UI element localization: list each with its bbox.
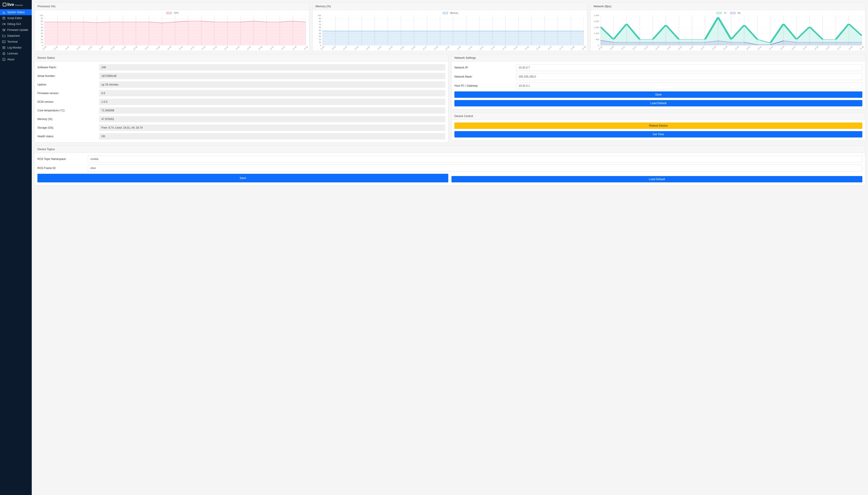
processor-card-title: Processor (%): [35, 3, 309, 10]
sidebar-item-about[interactable]: About: [0, 56, 32, 63]
sidebar-item-label: Datasheet: [7, 34, 20, 37]
network-settings-card: Network Settings Network IP: Network Mas…: [451, 54, 865, 109]
star-icon: [2, 52, 5, 55]
sidebar-item-licenses[interactable]: Licenses: [0, 51, 32, 56]
sidebar-item-firmware-update[interactable]: Firmware Update: [0, 27, 32, 33]
device-status-grid: Software Patch:246Serial Number:16733991…: [37, 64, 445, 139]
sidebar-item-debug-gui[interactable]: Debug GUI: [0, 21, 32, 27]
status-label: Health status:: [37, 135, 96, 138]
sidebar-item-label: Firmware Update: [7, 28, 28, 32]
main: Processor (%) CPU01020304050607080901003…: [32, 0, 868, 495]
device-control-card: Device Control Reboot Device Set Time: [451, 113, 865, 140]
ros-frame-input[interactable]: [88, 165, 862, 171]
status-label: Serial Number:: [37, 74, 96, 78]
status-label: Storage (Gb):: [37, 126, 96, 129]
network-save-button[interactable]: Save: [455, 91, 862, 98]
status-label: Core temperature (°C):: [37, 109, 96, 112]
status-value: 71.545006: [99, 107, 445, 114]
status-value: OK: [99, 133, 445, 139]
sidebar-item-label: Script Editor: [7, 17, 22, 20]
sidebar-item-label: Log Monitor: [7, 46, 21, 49]
network-ip-input[interactable]: [516, 64, 862, 71]
processor-card: Processor (%) CPU01020304050607080901003…: [34, 3, 309, 51]
network-card: Network (Bps) TxRx05001,0001,5002,0002,5…: [590, 3, 865, 51]
status-value: 0.5: [99, 90, 445, 97]
status-value: Free: 9.74, Used: 19.01, All: 28.74: [99, 124, 445, 131]
sidebar-item-label: System Status: [7, 11, 25, 14]
sidebar-item-label: Terminal: [7, 40, 17, 43]
chart-canvas: 010203040506070809010037:2037:2037:2137:…: [37, 15, 307, 49]
script-icon: [2, 17, 5, 20]
device-status-card: Device Status Software Patch:246Serial N…: [34, 54, 448, 142]
ros-frame-label: ROS Frame ID:: [37, 167, 85, 170]
status-value: 1673399149: [99, 73, 445, 79]
logo-subtext: Robotics: [15, 4, 23, 6]
status-value: 47.970001: [99, 116, 445, 122]
status-label: Software Patch:: [37, 66, 96, 69]
device-topics-title: Device Topics: [35, 146, 865, 153]
sidebar-item-system-status[interactable]: System Status: [0, 9, 32, 15]
chart-legend: Memory: [315, 12, 585, 15]
status-label: Memory (%):: [37, 118, 96, 121]
topics-load-default-button[interactable]: Load Default: [451, 176, 862, 182]
log-icon: [2, 46, 5, 49]
network-load-default-button[interactable]: Load Default: [455, 100, 862, 106]
device-status-title: Device Status: [35, 54, 448, 62]
logo: live Robotics: [0, 0, 32, 9]
network-mask-label: Network Mask:: [455, 75, 513, 78]
network-gateway-input[interactable]: [516, 82, 862, 89]
network-ip-label: Network IP:: [455, 66, 513, 69]
processor-chart: CPU010203040506070809010037:2037:2037:21…: [35, 10, 309, 51]
memory-chart: Memory010203040506070809010037:2037:2037…: [313, 10, 587, 51]
sidebar-item-script-editor[interactable]: Script Editor: [0, 15, 32, 21]
status-value: 1.0.5: [99, 99, 445, 105]
network-gateway-label: Host PC / Gateway:: [455, 84, 513, 87]
status-label: Firmware version:: [37, 92, 96, 95]
camera-icon: [2, 22, 5, 25]
sidebar-item-datasheet[interactable]: Datasheet: [0, 33, 32, 39]
info-icon: [2, 58, 5, 61]
mid-row: Device Status Software Patch:246Serial N…: [34, 54, 865, 142]
memory-card-title: Memory (%): [313, 3, 587, 10]
sidebar-item-label: Licenses: [7, 52, 18, 55]
sidebar: live Robotics System StatusScript Editor…: [0, 0, 32, 495]
reboot-device-button[interactable]: Reboot Device: [455, 122, 862, 129]
memory-card: Memory (%) Memory01020304050607080901003…: [313, 3, 587, 51]
network-card-title: Network (Bps): [591, 3, 865, 10]
charts-row: Processor (%) CPU01020304050607080901003…: [34, 3, 865, 51]
terminal-icon: [2, 40, 5, 43]
status-label: Uptime:: [37, 83, 96, 86]
sidebar-item-label: Debug GUI: [7, 22, 21, 25]
device-topics-card: Device Topics ROS Topic Namespace: ROS F…: [34, 146, 865, 185]
sidebar-item-log-monitor[interactable]: Log Monitor: [0, 45, 32, 51]
chart-legend: CPU: [37, 12, 307, 15]
status-value: up 33 minutes: [99, 82, 445, 88]
device-control-title: Device Control: [452, 113, 865, 120]
logo-text: live: [7, 2, 14, 7]
network-settings-title: Network Settings: [452, 54, 865, 62]
dashboard-icon: [2, 11, 5, 14]
chart-legend: TxRx: [593, 12, 863, 15]
update-icon: [2, 28, 5, 32]
logo-mark-icon: [3, 3, 6, 6]
ros-namespace-input[interactable]: [88, 156, 862, 163]
chart-canvas: 010203040506070809010037:2037:2037:2137:…: [315, 15, 585, 49]
ros-namespace-label: ROS Topic Namespace:: [37, 157, 85, 160]
sidebar-item-label: About: [7, 58, 14, 61]
status-label: DCM version:: [37, 100, 96, 103]
network-mask-input[interactable]: [516, 73, 862, 80]
network-chart: TxRx05001,0001,5002,0002,50037:2037:2037…: [591, 10, 865, 51]
topics-save-button[interactable]: Save: [37, 174, 448, 182]
set-time-button[interactable]: Set Time: [455, 131, 862, 137]
status-value: 246: [99, 64, 445, 71]
sidebar-nav: System StatusScript EditorDebug GUIFirmw…: [0, 9, 32, 63]
folder-icon: [2, 34, 5, 37]
sidebar-item-terminal[interactable]: Terminal: [0, 39, 32, 45]
chart-canvas: 05001,0001,5002,0002,50037:2037:2037:213…: [593, 15, 863, 49]
